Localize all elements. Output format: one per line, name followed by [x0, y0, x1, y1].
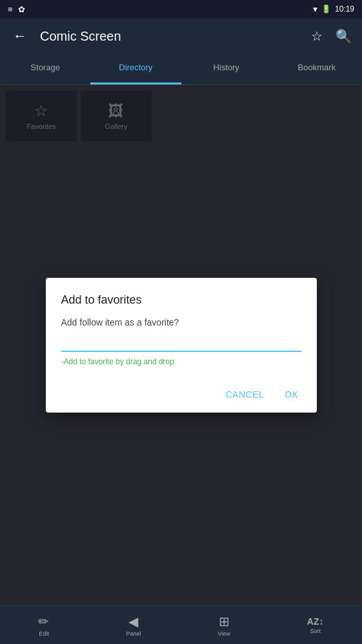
dialog-hint: -Add to favorite by drag and drop [61, 357, 301, 366]
tab-bar: Storage Directory History Bookmark [0, 54, 362, 85]
wifi-icon: ▾ [313, 4, 317, 14]
page-title: Comic Screen [40, 29, 301, 44]
edit-label: Edit [39, 630, 49, 637]
dialog-body: Add follow item as a favorite? [61, 317, 301, 327]
menu-icon: ≡ [8, 5, 13, 14]
dialog-title: Add to favorites [61, 293, 301, 307]
cancel-button[interactable]: CANCEL [223, 384, 266, 405]
tab-directory[interactable]: Directory [90, 54, 181, 84]
bottom-nav-view[interactable]: ⊞ View [217, 614, 230, 637]
status-bar: ≡ ✿ ▾ 🔋 10:19 [0, 0, 362, 18]
tab-bookmark[interactable]: Bookmark [272, 54, 362, 84]
panel-icon: ◀ [128, 614, 138, 629]
dialog-overlay: Add to favorites Add follow item as a fa… [0, 85, 362, 605]
time-display: 10:19 [335, 5, 354, 14]
edit-icon: ✏ [38, 614, 49, 629]
view-label: View [217, 630, 230, 637]
signal-icon: 🔋 [321, 5, 331, 14]
bottom-nav-sort[interactable]: AZ↕ Sort [307, 616, 324, 634]
add-to-favorites-dialog: Add to favorites Add follow item as a fa… [46, 278, 317, 413]
back-icon: ← [13, 28, 27, 44]
search-button[interactable]: 🔍 [336, 28, 352, 44]
status-left-icons: ≡ ✿ [8, 5, 25, 14]
content-area: ☆ Favorites 🖼 Gallery Add to favorites A… [0, 85, 362, 605]
ok-button[interactable]: OK [282, 384, 301, 405]
favorite-name-input[interactable] [61, 335, 301, 352]
sort-label: Sort [310, 628, 321, 634]
bottom-nav-panel[interactable]: ◀ Panel [126, 614, 141, 637]
star-icon: ☆ [311, 29, 323, 43]
bottom-nav-edit[interactable]: ✏ Edit [38, 614, 49, 637]
panel-label: Panel [126, 630, 141, 637]
star-button[interactable]: ☆ [311, 28, 323, 44]
view-icon: ⊞ [219, 614, 230, 629]
dialog-actions: CANCEL OK [61, 379, 301, 405]
search-icon: 🔍 [336, 29, 352, 43]
back-button[interactable]: ← [10, 25, 30, 47]
bottom-nav: ✏ Edit ◀ Panel ⊞ View AZ↕ Sort [0, 605, 362, 644]
sort-icon: AZ↕ [307, 616, 324, 627]
tab-history[interactable]: History [181, 54, 272, 84]
status-right-icons: ▾ 🔋 10:19 [313, 4, 354, 14]
top-action-buttons: ☆ 🔍 [311, 28, 352, 44]
tab-storage[interactable]: Storage [0, 54, 90, 84]
top-bar: ← Comic Screen ☆ 🔍 [0, 18, 362, 54]
app-icon: ✿ [18, 5, 25, 14]
